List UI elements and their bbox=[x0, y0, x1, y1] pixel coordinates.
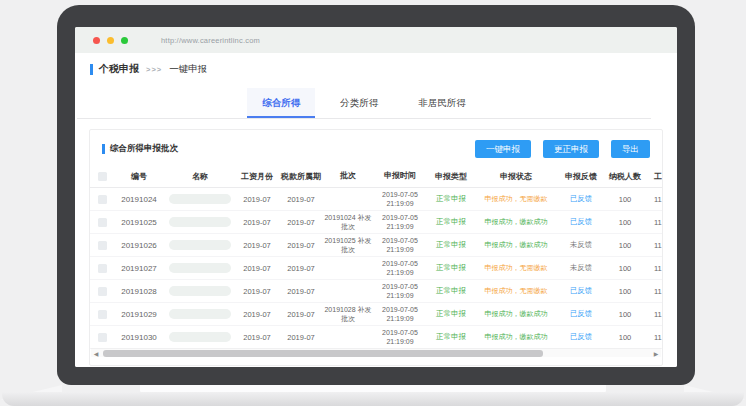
tab-comprehensive-income[interactable]: 综合所得 bbox=[247, 88, 315, 118]
row-checkbox[interactable] bbox=[98, 218, 107, 227]
declare-date: 2019-07-05 bbox=[382, 237, 418, 244]
col-header-batch: 批次 bbox=[324, 171, 372, 182]
cell-truncated: 11 bbox=[646, 264, 663, 273]
income-type-tabs: 综合所得 分类所得 非居民所得 bbox=[77, 88, 651, 119]
redacted-name-pill bbox=[169, 194, 231, 204]
table-row[interactable]: 20191028 2019-07 2019-07 2019-07-0521:19… bbox=[90, 280, 662, 303]
declare-date: 2019-07-05 bbox=[382, 306, 418, 313]
cell-tax-period: 2019-07 bbox=[278, 310, 324, 319]
cell-name-redacted bbox=[164, 332, 236, 342]
cell-truncated: 11 bbox=[646, 310, 663, 319]
cell-name-redacted bbox=[164, 240, 236, 250]
cell-declare-time: 2019-07-0521:19:09 bbox=[372, 236, 428, 255]
table-row[interactable]: 20191029 2019-07 2019-07 20191028 补发批次 2… bbox=[90, 303, 662, 326]
table-header: 编号 名称 工资月份 税款所属期 批次 申报时间 申报类型 申报状态 申报反馈 … bbox=[90, 166, 662, 188]
row-checkbox[interactable] bbox=[98, 195, 107, 204]
cell-feedback[interactable]: 已反馈 bbox=[558, 286, 604, 296]
cell-truncated: 11 bbox=[646, 195, 663, 204]
one-click-declare-button[interactable]: 一键申报 bbox=[475, 140, 531, 158]
scrollbar-thumb[interactable] bbox=[103, 350, 543, 357]
cell-name-redacted bbox=[164, 263, 236, 273]
table-row[interactable]: 20191026 2019-07 2019-07 20191025 补发批次 2… bbox=[90, 234, 662, 257]
cell-salary-month: 2019-07 bbox=[236, 241, 278, 250]
cell-declare-status: 申报成功，缴款成功 bbox=[474, 309, 558, 319]
table-row[interactable]: 20191027 2019-07 2019-07 2019-07-0521:19… bbox=[90, 257, 662, 280]
breadcrumb-section[interactable]: 个税申报 bbox=[99, 62, 139, 76]
panel-title: 综合所得申报批次 bbox=[110, 143, 178, 155]
cell-truncated: 11 bbox=[646, 218, 663, 227]
cell-declare-status: 申报成功，缴款成功 bbox=[474, 217, 558, 227]
tab-classified-income[interactable]: 分类所得 bbox=[325, 88, 393, 118]
cell-batch: 20191024 补发批次 bbox=[324, 213, 372, 232]
accent-bar-icon bbox=[102, 144, 105, 154]
cell-name-redacted bbox=[164, 217, 236, 227]
screen-content: http://www.careerintlinc.com 个税申报 >>> 一键… bbox=[75, 27, 677, 367]
row-checkbox[interactable] bbox=[98, 241, 107, 250]
horizontal-scrollbar[interactable]: ◀ ▶ bbox=[91, 348, 661, 357]
cell-tax-period: 2019-07 bbox=[278, 264, 324, 273]
window-maximize-icon[interactable] bbox=[121, 37, 128, 44]
declare-date: 2019-07-05 bbox=[382, 214, 418, 221]
cell-truncated: 11 bbox=[646, 287, 663, 296]
row-checkbox[interactable] bbox=[98, 287, 107, 296]
cell-declare-status: 申报成功，缴款成功 bbox=[474, 332, 558, 342]
cell-feedback[interactable]: 已反馈 bbox=[558, 332, 604, 342]
correct-declare-button[interactable]: 更正申报 bbox=[543, 140, 599, 158]
panel-header: 综合所得申报批次 一键申报 更正申报 导出 bbox=[90, 130, 662, 162]
panel-title-wrap: 综合所得申报批次 bbox=[102, 143, 178, 155]
cell-salary-month: 2019-07 bbox=[236, 264, 278, 273]
cell-tax-period: 2019-07 bbox=[278, 218, 324, 227]
cell-id: 20191026 bbox=[114, 241, 164, 250]
declare-clock: 21:19:09 bbox=[386, 200, 413, 207]
scroll-right-icon[interactable]: ▶ bbox=[651, 350, 661, 357]
window-minimize-icon[interactable] bbox=[107, 37, 114, 44]
cell-feedback[interactable]: 未反馈 bbox=[558, 263, 604, 273]
cell-salary-month: 2019-07 bbox=[236, 333, 278, 342]
cell-feedback[interactable]: 已反馈 bbox=[558, 194, 604, 204]
row-checkbox[interactable] bbox=[98, 333, 107, 342]
table-body: 20191024 2019-07 2019-07 2019-07-0521:19… bbox=[90, 188, 662, 349]
cell-salary-month: 2019-07 bbox=[236, 195, 278, 204]
row-checkbox[interactable] bbox=[98, 264, 107, 273]
table-row[interactable]: 20191030 2019-07 2019-07 2019-07-0521:19… bbox=[90, 326, 662, 349]
cell-feedback[interactable]: 已反馈 bbox=[558, 309, 604, 319]
select-all-checkbox[interactable] bbox=[98, 172, 107, 181]
cell-name-redacted bbox=[164, 194, 236, 204]
table-row[interactable]: 20191025 2019-07 2019-07 20191024 补发批次 2… bbox=[90, 211, 662, 234]
tab-nonresident-income[interactable]: 非居民所得 bbox=[403, 88, 481, 118]
declaration-batch-panel: 综合所得申报批次 一键申报 更正申报 导出 编号 名称 bbox=[89, 129, 663, 366]
cell-id: 20191024 bbox=[114, 195, 164, 204]
row-checkbox[interactable] bbox=[98, 310, 107, 319]
breadcrumb: 个税申报 >>> 一键申报 bbox=[90, 62, 677, 76]
cell-id: 20191029 bbox=[114, 310, 164, 319]
declare-clock: 21:19:09 bbox=[386, 269, 413, 276]
cell-taxpayer-count: 100 bbox=[604, 195, 646, 204]
cell-tax-period: 2019-07 bbox=[278, 287, 324, 296]
scroll-left-icon[interactable]: ◀ bbox=[91, 350, 101, 357]
export-button[interactable]: 导出 bbox=[611, 140, 650, 158]
redacted-name-pill bbox=[169, 286, 231, 296]
row-checkbox-cell bbox=[90, 287, 114, 296]
cell-declare-time: 2019-07-0521:19:09 bbox=[372, 213, 428, 232]
cell-taxpayer-count: 100 bbox=[604, 333, 646, 342]
window-close-icon[interactable] bbox=[93, 37, 100, 44]
col-header-name: 名称 bbox=[164, 171, 236, 182]
cell-taxpayer-count: 100 bbox=[604, 241, 646, 250]
cell-tax-period: 2019-07 bbox=[278, 195, 324, 204]
row-checkbox-cell bbox=[90, 195, 114, 204]
declare-date: 2019-07-05 bbox=[382, 191, 418, 198]
cell-taxpayer-count: 100 bbox=[604, 218, 646, 227]
cell-taxpayer-count: 100 bbox=[604, 310, 646, 319]
col-header-id: 编号 bbox=[114, 171, 164, 182]
scrollbar-track[interactable] bbox=[101, 350, 651, 357]
col-header-feedback: 申报反馈 bbox=[558, 171, 604, 182]
table-row[interactable]: 20191024 2019-07 2019-07 2019-07-0521:19… bbox=[90, 188, 662, 211]
cell-feedback[interactable]: 已反馈 bbox=[558, 217, 604, 227]
cell-feedback[interactable]: 未反馈 bbox=[558, 240, 604, 250]
cell-declare-status: 申报成功，缴款成功 bbox=[474, 240, 558, 250]
cell-declare-type: 正常申报 bbox=[428, 217, 474, 227]
accent-bar-icon bbox=[90, 64, 93, 75]
laptop-screen-frame: http://www.careerintlinc.com 个税申报 >>> 一键… bbox=[57, 5, 695, 385]
declare-clock: 21:19:09 bbox=[386, 246, 413, 253]
address-url[interactable]: http://www.careerintlinc.com bbox=[161, 36, 260, 45]
